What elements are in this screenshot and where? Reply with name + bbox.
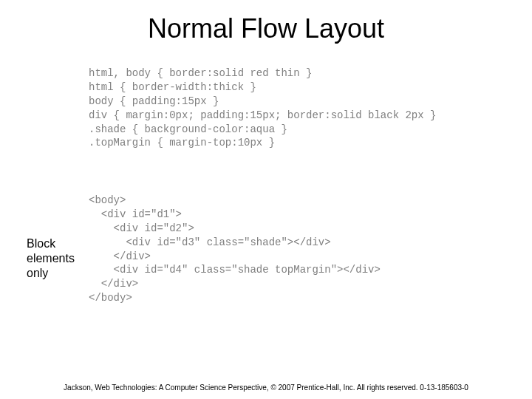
side-label-line-2: elements: [27, 251, 75, 266]
css-code-block: html, body { border:solid red thin } htm…: [89, 66, 436, 150]
css-line-2: html { border-width:thick }: [89, 81, 256, 93]
html-line-5: </div>: [89, 250, 151, 262]
side-label-line-1: Block: [27, 236, 75, 251]
html-line-1: <body>: [89, 194, 126, 206]
css-line-4: div { margin:0px; padding:15px; border:s…: [89, 109, 436, 121]
slide-title: Normal Flow Layout: [0, 0, 532, 44]
html-line-4: <div id="d3" class="shade"></div>: [89, 236, 331, 248]
css-line-1: html, body { border:solid red thin }: [89, 67, 312, 79]
html-line-7: </div>: [89, 278, 138, 290]
html-line-6: <div id="d4" class="shade topMargin"></d…: [89, 264, 381, 276]
css-line-6: .topMargin { margin-top:10px }: [89, 137, 275, 149]
css-line-3: body { padding:15px }: [89, 95, 219, 107]
side-label-line-3: only: [27, 266, 75, 281]
html-line-3: <div id="d2">: [89, 222, 194, 234]
side-annotation: Block elements only: [27, 236, 75, 281]
footer-citation: Jackson, Web Technologies: A Computer Sc…: [0, 383, 532, 392]
html-line-8: </body>: [89, 292, 132, 304]
slide: Normal Flow Layout html, body { border:s…: [0, 0, 532, 399]
html-line-2: <div id="d1">: [89, 208, 182, 220]
css-line-5: .shade { background-color:aqua }: [89, 123, 287, 135]
html-code-block: <body> <div id="d1"> <div id="d2"> <div …: [89, 194, 381, 305]
